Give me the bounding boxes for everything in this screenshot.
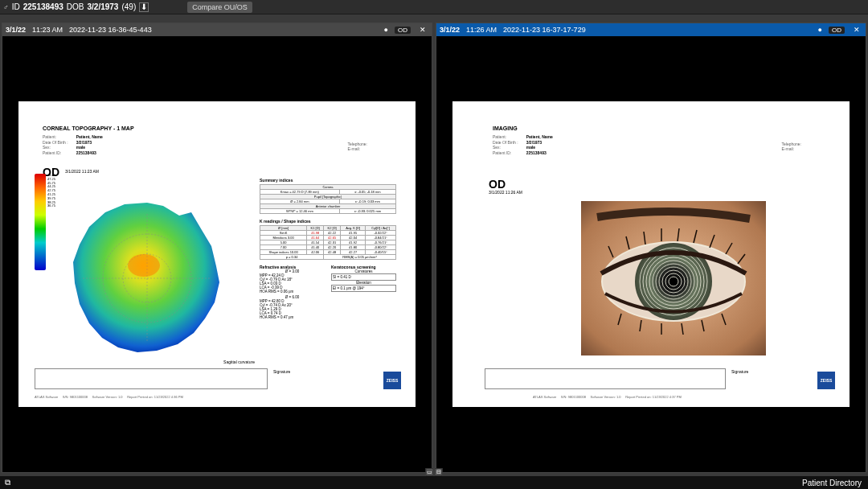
svg-point-20 xyxy=(670,278,677,285)
bottom-bar: ⧉ Patient Directory xyxy=(0,476,868,489)
sagittal-label: Sagittal curvature xyxy=(223,360,255,364)
report-footer: ATLAS Software S/N: 9801100008 Software … xyxy=(533,395,682,399)
lbl-pid: Patient ID: xyxy=(43,150,68,156)
eye-label: OD xyxy=(489,178,506,191)
topbar: ♂ ID 225138493 DOB 3/2/1973 (49) ⬇ Compa… xyxy=(0,0,868,14)
summary-hdr: Summary indices xyxy=(260,178,293,183)
lbl-email: E-mail: xyxy=(348,146,367,151)
zeiss-logo: ZEISS xyxy=(817,372,835,389)
data-panel: Summary indices Cornea Kmax = 42.79 D (7… xyxy=(260,178,396,319)
val-pid: 225138493 xyxy=(76,150,103,156)
report-page-imaging: IMAGING Patient: Date Of Birth : Sex: Pa… xyxy=(452,101,850,407)
right-pane: 3/1/22 11:26 AM 2022-11-23 16-37-17-729 … xyxy=(436,23,866,473)
download-icon[interactable]: ⬇ xyxy=(139,2,149,12)
lbl-email: E-mail: xyxy=(782,146,801,151)
id-label: ID xyxy=(12,2,20,11)
val-pid: 225138493 xyxy=(526,150,553,156)
svg-marker-0 xyxy=(73,203,219,352)
eye-timestamp: 3/1/2022 11:23 AM xyxy=(65,169,99,174)
right-viewport[interactable]: IMAGING Patient: Date Of Birth : Sex: Pa… xyxy=(436,36,866,472)
patient-directory-link[interactable]: Patient Directory xyxy=(802,479,862,487)
signature-box: Signature xyxy=(272,368,377,389)
compare-button[interactable]: Compare OU/OS xyxy=(187,2,252,13)
report-page-topography: CORNEAL TOPOGRAPHY - 1 MAP Patient: Date… xyxy=(18,101,416,407)
gender-male-icon: ♂ xyxy=(3,3,9,11)
val-patient: Patient, Name xyxy=(76,134,103,140)
zeiss-logo: ZEISS xyxy=(383,372,401,389)
toolbar-spacer xyxy=(0,14,868,23)
patient-dob: 3/2/1973 xyxy=(87,2,118,11)
comment-box xyxy=(35,368,268,389)
close-icon[interactable]: ✕ xyxy=(417,26,428,34)
dob-label: DOB xyxy=(67,2,84,11)
pane-date: 3/1/22 xyxy=(440,26,460,34)
color-scale xyxy=(35,174,46,270)
pane-file: 2022-11-23 16-37-17-729 xyxy=(503,26,586,34)
split-icons[interactable]: ▭⊟ xyxy=(426,468,443,476)
eye-timestamp: 3/1/2022 11:26 AM xyxy=(489,190,522,195)
kread-hdr: K readings / Shape indices xyxy=(260,219,311,224)
left-pane-header[interactable]: 3/1/22 11:23 AM 2022-11-23 16-36-45-443 … xyxy=(2,23,432,36)
report-title: CORNEAL TOPOGRAPHY - 1 MAP xyxy=(43,125,407,131)
report-footer: ATLAS Software S/N: 9801100008 Software … xyxy=(35,395,183,399)
document-area: 3/1/22 11:23 AM 2022-11-23 16-36-45-443 … xyxy=(0,23,868,473)
scale-labels: 48.7547.2545.75 44.2542.7541.25 39.7538.… xyxy=(47,174,55,208)
val-patient: Patient, Name xyxy=(526,134,553,140)
pane-file: 2022-11-23 16-36-45-443 xyxy=(69,26,152,34)
pane-time: 11:26 AM xyxy=(466,26,497,34)
right-pane-header[interactable]: 3/1/22 11:26 AM 2022-11-23 16-37-17-729 … xyxy=(436,23,866,36)
signature-box: Signature xyxy=(731,368,811,389)
lbl-pid: Patient ID: xyxy=(493,150,518,156)
close-icon[interactable]: ✕ xyxy=(851,26,862,34)
dot-icon: ● xyxy=(818,26,822,34)
pane-time: 11:23 AM xyxy=(32,26,63,34)
left-pane: 3/1/22 11:23 AM 2022-11-23 16-36-45-443 … xyxy=(2,23,432,473)
left-viewport[interactable]: CORNEAL TOPOGRAPHY - 1 MAP Patient: Date… xyxy=(2,36,432,472)
svg-point-5 xyxy=(128,254,160,277)
comment-box xyxy=(485,368,726,389)
pane-date: 3/1/22 xyxy=(6,26,26,34)
eye-photo xyxy=(581,201,766,355)
report-title: IMAGING xyxy=(493,125,841,131)
window-icon[interactable]: ⧉ xyxy=(5,478,10,487)
patient-age: (49) xyxy=(121,2,136,11)
eye-chip: OD xyxy=(829,27,845,34)
patient-id[interactable]: 225138493 xyxy=(23,2,63,11)
topography-map xyxy=(67,198,227,359)
eye-chip: OD xyxy=(395,27,411,34)
dot-icon: ● xyxy=(384,26,388,34)
